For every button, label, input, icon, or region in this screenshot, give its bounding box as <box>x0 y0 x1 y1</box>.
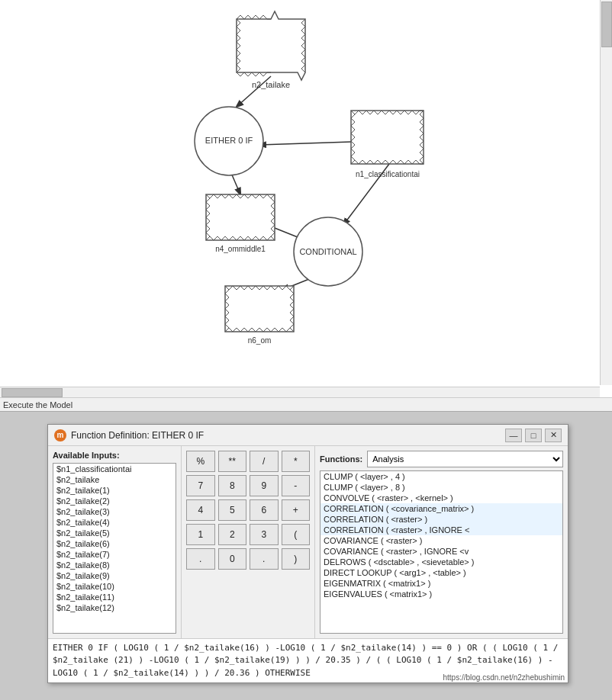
diagram-footer-text: Execute the Model <box>3 400 72 409</box>
input-item[interactable]: $n2_tailake(10) <box>53 581 176 592</box>
svg-rect-8 <box>351 111 424 164</box>
input-item[interactable]: $n2_tailake(6) <box>53 538 176 549</box>
inputs-panel: Available Inputs: $n1_classificationtai$… <box>48 446 182 638</box>
function-item[interactable]: CLUMP ( <layer> , 4 ) <box>320 471 562 482</box>
function-item[interactable]: EIGENMATRIX ( <matrix1> ) <box>320 578 562 589</box>
input-item[interactable]: $n2_tailake(12) <box>53 602 176 613</box>
function-item[interactable]: CLUMP ( <layer> , 8 ) <box>320 482 562 493</box>
func-body: Available Inputs: $n1_classificationtai$… <box>48 446 568 682</box>
calc-button[interactable]: ** <box>218 451 247 472</box>
svg-rect-10 <box>225 286 294 332</box>
functions-header: Functions: AnalysisArithmeticStatistical… <box>320 451 563 467</box>
input-item[interactable]: $n2_tailake(5) <box>53 528 176 538</box>
calc-button[interactable]: 4 <box>186 499 215 521</box>
vertical-scrollbar[interactable] <box>600 0 612 385</box>
horizontal-scrollbar[interactable] <box>0 387 600 397</box>
input-item[interactable]: $n2_tailake(3) <box>53 506 176 517</box>
calc-button[interactable]: ) <box>282 548 311 570</box>
calc-button[interactable]: 9 <box>250 475 279 496</box>
app-logo-icon: m <box>54 429 66 442</box>
diagram-svg: n2_tailake EITHER 0 IF n1_classification… <box>0 0 600 385</box>
func-window: m Function Definition: EITHER 0 IF — □ ✕… <box>47 424 569 683</box>
node-label-n6-om: n6_om <box>248 336 272 345</box>
input-item[interactable]: $n2_tailake(2) <box>53 496 176 506</box>
function-item[interactable]: CORRELATION ( <raster> , IGNORE < <box>320 525 562 535</box>
inputs-label: Available Inputs: <box>53 451 176 460</box>
functions-list[interactable]: CLUMP ( <layer> , 4 )CLUMP ( <layer> , 8… <box>320 470 563 634</box>
close-button[interactable]: ✕ <box>545 429 562 442</box>
calc-button[interactable]: 5 <box>218 499 247 521</box>
calc-button[interactable]: 2 <box>218 524 247 545</box>
maximize-button[interactable]: □ <box>525 429 542 442</box>
calc-button[interactable]: - <box>282 475 311 496</box>
diagram-footer: Execute the Model <box>0 397 612 411</box>
calc-button[interactable]: % <box>186 451 215 472</box>
node-label-n1-classificationtai: n1_classificationtai <box>356 170 420 178</box>
function-item[interactable]: CORRELATION ( <covariance_matrix> ) <box>320 503 562 514</box>
minimize-button[interactable]: — <box>505 429 522 442</box>
calc-button[interactable]: 3 <box>250 524 279 545</box>
function-item[interactable]: DIRECT LOOKUP ( <arg1> , <table> ) <box>320 567 562 578</box>
diagram-area: n2_tailake EITHER 0 IF n1_classification… <box>0 0 612 412</box>
input-item[interactable]: $n2_tailake(8) <box>53 560 176 570</box>
diagram-canvas: n2_tailake EITHER 0 IF n1_classification… <box>0 0 612 385</box>
svg-marker-7 <box>237 11 305 80</box>
input-item[interactable]: $n2_tailake <box>53 474 176 485</box>
input-item[interactable]: $n2_tailake(9) <box>53 570 176 581</box>
input-item[interactable]: $n2_tailake(11) <box>53 592 176 602</box>
svg-rect-9 <box>206 194 275 240</box>
function-item[interactable]: EIGENVALUES ( <matrix1> ) <box>320 589 562 599</box>
functions-panel: Functions: AnalysisArithmeticStatistical… <box>315 446 568 638</box>
function-item[interactable]: COVARIANCE ( <raster> , IGNORE <v <box>320 546 562 557</box>
scrollbar-v-thumb[interactable] <box>601 2 612 47</box>
calc-button[interactable]: + <box>282 499 311 521</box>
node-label-either-0-if: EITHER 0 IF <box>205 136 253 145</box>
url-text: https://blog.csdn.net/n2zhebushimin <box>443 673 565 682</box>
function-item[interactable]: CORRELATION ( <raster> ) <box>320 514 562 525</box>
input-item[interactable]: $n1_classificationtai <box>53 464 176 474</box>
calc-button[interactable]: ( <box>282 524 311 545</box>
calc-button[interactable]: 0 <box>218 548 247 570</box>
functions-category-select[interactable]: AnalysisArithmeticStatisticalLogicalStri… <box>367 451 563 467</box>
calc-button[interactable]: . <box>250 548 279 570</box>
scrollbar-h-thumb[interactable] <box>2 388 63 397</box>
calc-button[interactable]: / <box>250 451 279 472</box>
calc-button[interactable]: . <box>186 548 215 570</box>
calc-button[interactable]: * <box>282 451 311 472</box>
node-label-n2-tailake: n2_tailake <box>252 80 290 89</box>
inputs-list[interactable]: $n1_classificationtai$n2_tailake$n2_tail… <box>53 463 176 634</box>
calc-panel: %**/*789-456+123(.0.) <box>182 446 315 638</box>
function-item[interactable]: DELROWS ( <dsctable> , <sievetable> ) <box>320 557 562 567</box>
func-titlebar: m Function Definition: EITHER 0 IF — □ ✕ <box>48 425 568 446</box>
calc-button[interactable]: 7 <box>186 475 215 496</box>
window-controls: — □ ✕ <box>505 429 562 442</box>
calc-button[interactable]: 8 <box>218 475 247 496</box>
calc-button[interactable]: 1 <box>186 524 215 545</box>
functions-label: Functions: <box>320 454 362 464</box>
node-label-conditional: CONDITIONAL <box>299 247 356 256</box>
calc-button[interactable]: 6 <box>250 499 279 521</box>
input-item[interactable]: $n2_tailake(1) <box>53 485 176 496</box>
function-item[interactable]: CONVOLVE ( <raster> , <kernel> ) <box>320 493 562 503</box>
node-label-n4-ommiddle1: n4_ommiddle1 <box>215 245 266 253</box>
input-item[interactable]: $n2_tailake(4) <box>53 517 176 528</box>
url-bar: https://blog.csdn.net/n2zhebushimin <box>440 673 568 682</box>
function-item[interactable]: COVARIANCE ( <raster> ) <box>320 535 562 546</box>
func-top: Available Inputs: $n1_classificationtai$… <box>48 446 568 638</box>
func-window-title: Function Definition: EITHER 0 IF <box>71 430 501 441</box>
input-item[interactable]: $n2_tailake(7) <box>53 549 176 560</box>
